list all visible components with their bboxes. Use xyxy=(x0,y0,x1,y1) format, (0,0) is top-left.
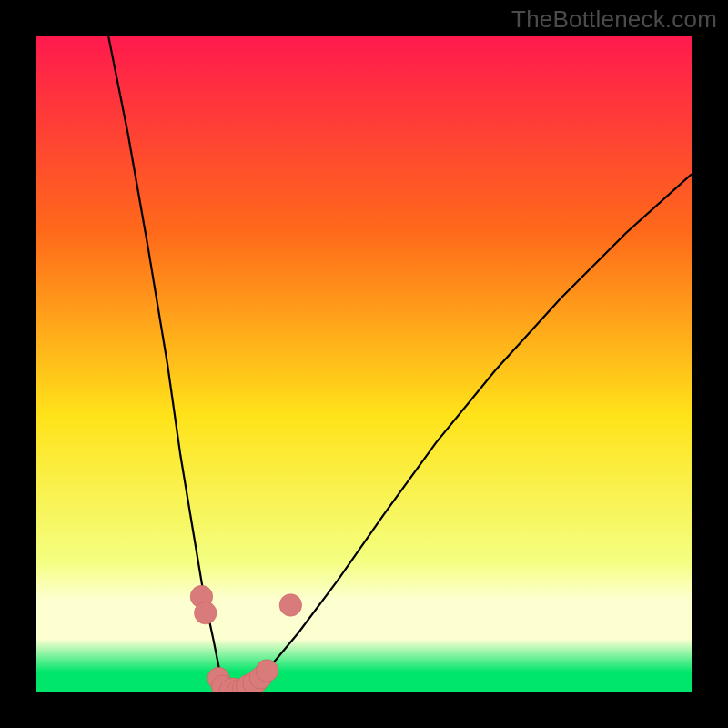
outer-frame: TheBottleneck.com xyxy=(0,0,728,728)
data-point-marker xyxy=(256,660,278,682)
data-point-marker xyxy=(195,602,217,623)
watermark-text: TheBottleneck.com xyxy=(511,5,717,34)
bottleneck-chart xyxy=(36,36,692,692)
plot-area xyxy=(36,36,692,692)
gradient-background xyxy=(36,36,692,692)
data-point-marker xyxy=(279,594,301,616)
